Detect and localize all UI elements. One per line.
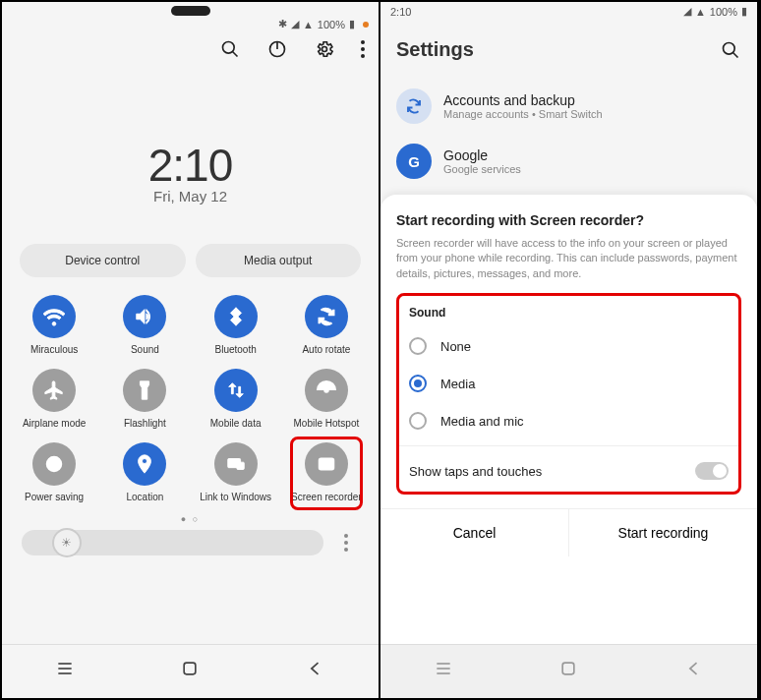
clock-date: Fri, May 12	[2, 188, 379, 204]
nav-recent-icon[interactable]	[55, 659, 75, 682]
page-title: Settings	[396, 38, 474, 61]
svg-point-0	[223, 42, 235, 54]
hotspot-icon	[305, 369, 348, 412]
signal-status-icon: ▲	[695, 6, 706, 18]
settings-header: Settings	[380, 21, 757, 79]
qs-tile-label: Power saving	[25, 492, 84, 502]
nav-home-icon[interactable]	[180, 659, 200, 682]
qs-tile-screenrec[interactable]: Screen recorder	[282, 442, 371, 502]
power-icon	[32, 442, 76, 486]
output-pills: Device control Media output	[2, 204, 379, 277]
settings-gear-icon[interactable]	[314, 38, 335, 60]
sound-heading: Sound	[409, 306, 729, 320]
more-options-icon[interactable]	[361, 40, 365, 58]
airplane-icon	[32, 369, 76, 412]
sound-options-highlighted: Sound None Media Media and mic Show taps…	[396, 293, 741, 495]
recording-indicator-dot	[363, 22, 369, 28]
notch	[171, 6, 210, 16]
brightness-slider[interactable]	[22, 530, 323, 555]
svg-rect-14	[185, 663, 197, 674]
radio-icon	[409, 375, 427, 392]
radio-label: Media and mic	[440, 414, 524, 429]
qs-tile-wifi[interactable]: Miraculous	[10, 295, 98, 355]
qs-tile-label: Flashlight	[124, 418, 166, 429]
wifi-icon	[32, 295, 76, 338]
settings-row-subtitle: Manage accounts • Smart Switch	[443, 108, 603, 120]
qs-tile-link[interactable]: Link to Windows	[192, 442, 280, 502]
settings-row-accounts-backup[interactable]: Accounts and backup Manage accounts • Sm…	[380, 79, 757, 134]
brightness-thumb[interactable]	[52, 528, 82, 557]
nav-back-icon[interactable]	[306, 659, 325, 682]
qs-tile-label: Bluetooth	[214, 344, 256, 355]
qs-tile-location[interactable]: Location	[100, 442, 189, 502]
sheet-actions: Cancel Start recording	[380, 508, 757, 556]
settings-row-title: Google	[443, 147, 521, 163]
toggle-switch[interactable]	[695, 462, 729, 480]
toggle-label: Show taps and touches	[409, 464, 542, 479]
sheet-title: Start recording with Screen recorder?	[396, 212, 741, 228]
media-output-button[interactable]: Media output	[196, 244, 362, 277]
search-icon[interactable]	[219, 38, 241, 60]
qs-tile-label: Auto rotate	[302, 344, 350, 355]
qs-tile-rotate[interactable]: Auto rotate	[282, 295, 371, 355]
nav-bar	[2, 644, 379, 698]
qs-tile-label: Sound	[131, 344, 159, 355]
google-icon: G	[396, 144, 432, 179]
clock-widget: 2:10 Fri, May 12	[2, 139, 379, 204]
brightness-slider-row	[2, 530, 379, 555]
show-taps-toggle-row[interactable]: Show taps and touches	[409, 452, 729, 482]
status-time: 2:10	[390, 6, 411, 18]
sheet-description: Screen recorder will have access to the …	[396, 236, 741, 281]
brightness-more-icon[interactable]	[333, 534, 359, 552]
battery-icon: ▮	[741, 5, 747, 18]
svg-rect-20	[563, 663, 575, 674]
mobiledata-icon	[214, 369, 258, 412]
panel-toolbar	[2, 32, 379, 70]
location-icon	[123, 442, 166, 486]
pager-dots[interactable]: ● ○	[2, 512, 379, 530]
bluetooth-status-icon: ✱	[278, 18, 287, 30]
qs-tile-mobiledata[interactable]: Mobile data	[192, 369, 280, 429]
qs-tile-bluetooth[interactable]: Bluetooth	[192, 295, 280, 355]
qs-tile-label: Miraculous	[30, 344, 78, 355]
radio-option-media-mic[interactable]: Media and mic	[409, 402, 729, 439]
qs-tile-sound[interactable]: Sound	[100, 295, 189, 355]
wifi-status-icon: ◢	[683, 5, 691, 18]
quick-settings-grid: MiraculousSoundBluetoothAuto rotateAirpl…	[2, 277, 379, 512]
device-control-button[interactable]: Device control	[20, 244, 186, 277]
link-icon	[214, 442, 258, 486]
settings-row-google[interactable]: G Google Google services	[380, 134, 757, 189]
status-bar: ✱ ◢ ▲ 100% ▮	[2, 16, 379, 32]
wifi-status-icon: ◢	[291, 18, 299, 30]
search-icon[interactable]	[720, 39, 741, 61]
qs-tile-label: Airplane mode	[23, 418, 86, 429]
nav-recent-icon[interactable]	[434, 659, 453, 682]
qs-tile-airplane[interactable]: Airplane mode	[10, 369, 98, 429]
radio-icon	[409, 337, 427, 355]
nav-back-icon[interactable]	[684, 659, 704, 682]
qs-tile-label: Link to Windows	[200, 492, 271, 502]
qs-tile-flashlight[interactable]: Flashlight	[100, 369, 189, 429]
radio-label: Media	[440, 377, 475, 391]
bluetooth-icon	[214, 295, 258, 338]
cancel-button[interactable]: Cancel	[380, 509, 569, 556]
sync-icon	[396, 88, 432, 124]
svg-point-15	[724, 42, 735, 54]
divider	[399, 445, 738, 446]
radio-option-none[interactable]: None	[409, 327, 729, 365]
highlight-box	[290, 437, 363, 510]
qs-tile-label: Location	[126, 492, 163, 502]
nav-bar	[380, 644, 757, 698]
qs-tile-label: Mobile Hotspot	[294, 418, 360, 429]
power-icon[interactable]	[266, 38, 288, 60]
flashlight-icon	[123, 369, 166, 412]
qs-tile-power[interactable]: Power saving	[10, 442, 98, 502]
start-recording-button[interactable]: Start recording	[569, 509, 757, 556]
radio-option-media[interactable]: Media	[409, 365, 729, 402]
radio-icon	[409, 412, 427, 430]
battery-percent: 100%	[710, 6, 737, 18]
qs-tile-hotspot[interactable]: Mobile Hotspot	[282, 369, 371, 429]
radio-label: None	[440, 339, 471, 354]
settings-row-subtitle: Google services	[443, 163, 521, 175]
nav-home-icon[interactable]	[558, 659, 578, 682]
